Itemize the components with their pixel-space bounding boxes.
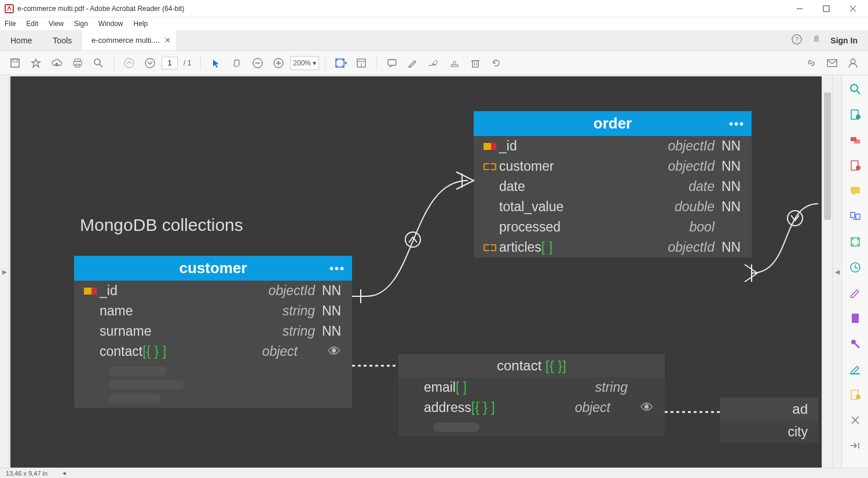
svg-line-37 xyxy=(857,91,860,94)
field-type: bool xyxy=(651,219,715,235)
page-down-icon[interactable] xyxy=(141,54,159,72)
link-icon[interactable] xyxy=(802,54,821,72)
sidebar-edit-icon[interactable] xyxy=(848,159,862,172)
sidebar-protect-icon[interactable] xyxy=(848,311,862,325)
sidebar-combine-icon[interactable] xyxy=(848,133,862,147)
tab-home[interactable]: Home xyxy=(0,30,42,50)
svg-point-39 xyxy=(856,115,860,119)
document-tab[interactable]: e-commerce multi.... ✕ xyxy=(82,30,177,50)
sidebar-export-icon[interactable] xyxy=(848,108,862,122)
menu-sign[interactable]: Sign xyxy=(74,20,88,28)
zoom-out-icon[interactable] xyxy=(248,54,267,72)
svg-rect-44 xyxy=(851,187,860,193)
field-name: _id xyxy=(100,283,251,299)
sidebar-search-icon[interactable] xyxy=(848,82,862,96)
svg-point-53 xyxy=(856,395,860,399)
svg-rect-2 xyxy=(823,6,829,12)
field-type: object xyxy=(234,344,298,359)
field-type: string xyxy=(251,323,315,339)
sidebar-collapse-icon[interactable] xyxy=(848,439,862,453)
svg-point-31 xyxy=(851,59,855,64)
mail-icon[interactable] xyxy=(823,54,841,72)
sidebar-fillsign-icon[interactable] xyxy=(848,286,862,300)
field-name: city xyxy=(720,421,818,443)
sidebar-clock-icon[interactable] xyxy=(848,260,862,274)
rotate-icon[interactable] xyxy=(487,54,506,72)
horizontal-scroll-left[interactable]: ◂ xyxy=(59,469,66,477)
svg-rect-46 xyxy=(856,214,860,219)
sidebar-more-icon[interactable] xyxy=(848,413,862,427)
field-nn: NN xyxy=(721,240,745,255)
field-type: objectId xyxy=(651,240,715,255)
fit-width-icon[interactable] xyxy=(352,54,371,72)
menu-view[interactable]: View xyxy=(49,20,64,28)
entity-menu-icon[interactable]: ••• xyxy=(729,117,745,130)
svg-rect-30 xyxy=(827,60,837,67)
sidebar-comment-icon[interactable] xyxy=(848,184,862,198)
menu-file[interactable]: File xyxy=(5,20,16,28)
left-panel-toggle[interactable]: ▸ xyxy=(0,75,9,468)
zoom-in-icon[interactable] xyxy=(269,54,288,72)
key-icon xyxy=(484,143,496,150)
menu-edit[interactable]: Edit xyxy=(26,20,38,28)
pointer-icon[interactable] xyxy=(207,54,225,72)
delete-icon[interactable] xyxy=(466,54,485,72)
signature-icon[interactable] xyxy=(424,54,443,72)
menu-window[interactable]: Window xyxy=(98,20,123,28)
svg-rect-24 xyxy=(388,60,396,65)
sidebar-compress-icon[interactable] xyxy=(848,235,862,249)
maximize-button[interactable] xyxy=(818,2,834,15)
sidebar-stamp-icon[interactable] xyxy=(848,337,862,351)
zoom-value: 200% xyxy=(293,59,311,67)
cloud-icon[interactable] xyxy=(47,54,66,72)
document-canvas[interactable]: MongoDB collections customer ••• _idobje… xyxy=(10,76,822,468)
entity-contact: contact [{ }] email[ ]string address[{ }… xyxy=(398,354,665,436)
highlight-icon[interactable] xyxy=(404,54,422,72)
stamp-icon[interactable] xyxy=(445,54,464,72)
field-nn: NN xyxy=(322,323,345,339)
field-nn: NN xyxy=(721,199,745,215)
tab-tools[interactable]: Tools xyxy=(42,30,82,50)
field-name: contact[{ } ] xyxy=(100,344,234,359)
print-icon[interactable] xyxy=(68,54,87,72)
help-icon[interactable]: ? xyxy=(791,34,803,47)
hand-icon[interactable] xyxy=(228,54,246,72)
window-title: e-commerce multi.pdf - Adobe Acrobat Rea… xyxy=(17,5,792,13)
field-nn: NN xyxy=(322,283,345,299)
entity-order-header: order ••• xyxy=(474,111,752,136)
page-total: / 1 xyxy=(184,59,191,67)
field-name: _id xyxy=(499,138,651,154)
fit-page-icon[interactable]: ▾ xyxy=(331,54,350,72)
bell-icon[interactable] xyxy=(811,34,822,47)
zoom-select[interactable]: 200% ▾ xyxy=(290,56,319,70)
field-type: string xyxy=(564,380,628,395)
find-icon[interactable] xyxy=(89,54,108,72)
vertical-scrollbar[interactable] xyxy=(823,75,832,468)
minimize-button[interactable] xyxy=(792,2,808,15)
sidebar-redact-icon[interactable] xyxy=(848,362,862,376)
sidebar-organize-icon[interactable] xyxy=(848,209,862,223)
save-icon[interactable] xyxy=(6,54,24,72)
field-nn: NN xyxy=(721,159,745,174)
right-panel-toggle[interactable]: ◂ xyxy=(832,75,841,468)
svg-rect-7 xyxy=(11,59,19,67)
toolbar: / 1 200% ▾ ▾ xyxy=(0,51,868,75)
page-up-icon[interactable] xyxy=(120,54,138,72)
entity-menu-icon[interactable]: ••• xyxy=(329,262,345,275)
field-name: surname xyxy=(100,323,251,339)
user-icon[interactable] xyxy=(844,54,862,72)
acrobat-icon xyxy=(5,4,14,13)
comment-icon[interactable] xyxy=(383,54,401,72)
close-button[interactable] xyxy=(845,2,861,15)
menu-help[interactable]: Help xyxy=(134,20,148,28)
sidebar-send-icon[interactable] xyxy=(848,388,862,402)
entity-order-title: order xyxy=(594,115,632,132)
star-icon[interactable] xyxy=(27,54,45,72)
close-tab-icon[interactable]: ✕ xyxy=(164,36,171,45)
page-number-input[interactable] xyxy=(162,57,178,69)
svg-rect-10 xyxy=(74,61,82,65)
signin-button[interactable]: Sign In xyxy=(830,36,858,45)
svg-point-33 xyxy=(788,211,803,226)
menubar: File Edit View Sign Window Help xyxy=(0,17,868,30)
field-nn: NN xyxy=(721,138,745,154)
